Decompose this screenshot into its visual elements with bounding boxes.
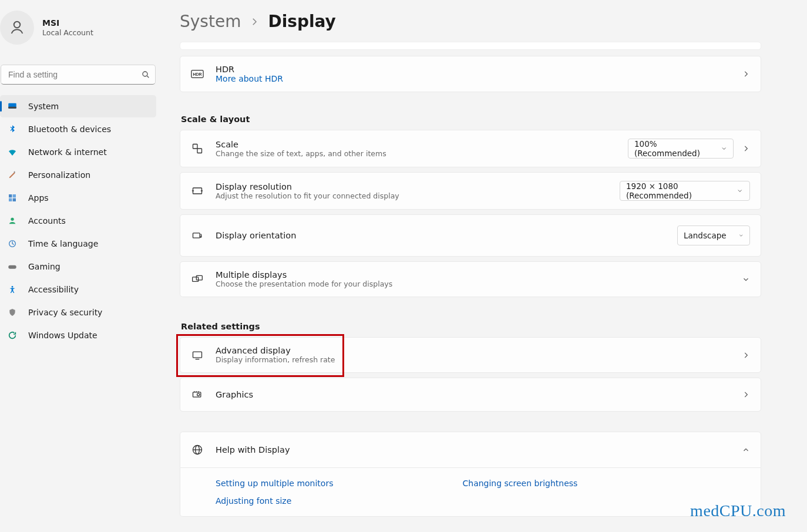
svg-text:HDR: HDR xyxy=(193,72,202,76)
card-advanced-display[interactable]: Advanced display Display information, re… xyxy=(180,337,761,373)
sidebar-item-apps[interactable]: Apps xyxy=(0,187,156,209)
search-input[interactable] xyxy=(7,69,141,80)
sidebar-item-windows-update[interactable]: Windows Update xyxy=(0,324,156,346)
sidebar-item-accounts[interactable]: Accounts xyxy=(0,210,156,232)
sidebar-item-label: System xyxy=(28,102,59,111)
resolution-title: Display resolution xyxy=(216,182,608,191)
help-link-brightness[interactable]: Changing screen brightness xyxy=(462,479,577,488)
svg-point-1 xyxy=(143,72,147,76)
chevron-right-icon xyxy=(742,390,750,399)
apps-icon xyxy=(7,193,18,203)
sidebar-item-time-language[interactable]: Time & language xyxy=(0,233,156,255)
chevron-down-icon xyxy=(738,231,744,240)
section-related-settings: Related settings xyxy=(181,322,789,331)
orientation-dropdown[interactable]: Landscape xyxy=(677,225,750,245)
svg-rect-18 xyxy=(193,188,202,194)
user-profile[interactable]: MSI Local Account xyxy=(0,8,162,50)
hdr-more-link[interactable]: More about HDR xyxy=(216,74,730,83)
profile-subtitle: Local Account xyxy=(42,28,93,38)
orientation-value: Landscape xyxy=(684,231,727,240)
resolution-value: 1920 × 1080 (Recommended) xyxy=(626,181,725,200)
help-link-font-size[interactable]: Adjusting font size xyxy=(216,496,333,506)
watermark: medCPU.com xyxy=(690,501,786,520)
help-links: Setting up multiple monitors Adjusting f… xyxy=(180,468,761,517)
sidebar-item-label: Personalization xyxy=(28,170,90,180)
svg-rect-22 xyxy=(193,277,199,281)
scale-icon xyxy=(191,143,204,154)
resolution-sub: Adjust the resolution to fit your connec… xyxy=(216,191,608,200)
bluetooth-icon xyxy=(7,124,18,134)
sidebar-item-bluetooth[interactable]: Bluetooth & devices xyxy=(0,118,156,140)
accessibility-icon xyxy=(7,284,18,295)
breadcrumb-current: Display xyxy=(268,12,335,31)
help-title: Help with Display xyxy=(216,445,730,454)
sidebar-item-system[interactable]: System xyxy=(0,95,156,117)
sidebar-item-network[interactable]: Network & internet xyxy=(0,141,156,163)
sidebar-item-accessibility[interactable]: Accessibility xyxy=(0,278,156,301)
svg-point-13 xyxy=(12,286,14,288)
avatar xyxy=(0,11,34,45)
svg-rect-4 xyxy=(8,107,16,109)
hdr-icon: HDR xyxy=(191,69,204,79)
sidebar-item-label: Windows Update xyxy=(28,331,97,340)
chevron-right-icon xyxy=(742,351,750,359)
sidebar-item-label: Apps xyxy=(28,193,49,203)
chevron-up-icon xyxy=(742,446,750,454)
svg-point-0 xyxy=(14,22,21,28)
scale-value: 100% (Recommended) xyxy=(634,139,709,158)
search-box[interactable] xyxy=(1,65,156,85)
orientation-icon xyxy=(191,230,204,241)
card-orientation[interactable]: Display orientation Landscape xyxy=(180,214,761,257)
chevron-down-icon xyxy=(721,144,727,153)
svg-rect-16 xyxy=(193,144,198,149)
sidebar-item-label: Network & internet xyxy=(28,147,107,157)
svg-line-2 xyxy=(147,76,149,78)
scale-sub: Change the size of text, apps, and other… xyxy=(216,149,616,158)
sidebar-item-gaming[interactable]: Gaming xyxy=(0,255,156,278)
card-graphics[interactable]: Graphics xyxy=(180,378,761,412)
chevron-down-icon xyxy=(742,275,750,284)
globe-clock-icon xyxy=(7,238,18,249)
chevron-right-icon xyxy=(249,12,260,31)
sidebar-item-label: Bluetooth & devices xyxy=(28,124,111,134)
sidebar-item-label: Time & language xyxy=(28,239,98,248)
profile-name: MSI xyxy=(42,18,93,28)
multiple-sub: Choose the presentation mode for your di… xyxy=(216,280,730,288)
sidebar-item-label: Privacy & security xyxy=(28,308,102,317)
breadcrumb: System Display xyxy=(180,12,789,31)
search-icon xyxy=(141,70,150,79)
sidebar-item-label: Accounts xyxy=(28,216,66,225)
card-scale[interactable]: Scale Change the size of text, apps, and… xyxy=(180,130,761,167)
svg-rect-21 xyxy=(193,233,200,238)
svg-rect-17 xyxy=(197,149,202,153)
help-link-multiple-monitors[interactable]: Setting up multiple monitors xyxy=(216,479,333,488)
person-icon xyxy=(7,216,18,226)
svg-rect-7 xyxy=(13,194,16,197)
chevron-right-icon xyxy=(742,144,750,153)
resolution-dropdown[interactable]: 1920 × 1080 (Recommended) xyxy=(620,181,750,201)
graphics-title: Graphics xyxy=(216,390,730,399)
svg-rect-6 xyxy=(9,194,12,197)
svg-rect-12 xyxy=(8,265,16,269)
scale-dropdown[interactable]: 100% (Recommended) xyxy=(628,139,734,159)
svg-point-10 xyxy=(11,218,14,221)
svg-rect-8 xyxy=(9,198,12,201)
brush-icon xyxy=(7,170,18,180)
card-resolution[interactable]: Display resolution Adjust the resolution… xyxy=(180,172,761,210)
sidebar-item-personalization[interactable]: Personalization xyxy=(0,164,156,186)
chevron-down-icon xyxy=(737,187,744,195)
card-help[interactable]: Help with Display xyxy=(180,432,761,468)
advanced-sub: Display information, refresh rate xyxy=(216,355,730,364)
card-hdr[interactable]: HDR HDR More about HDR xyxy=(180,56,761,92)
monitor-icon xyxy=(7,101,18,112)
scale-title: Scale xyxy=(216,140,616,149)
multiple-displays-icon xyxy=(191,274,204,285)
help-globe-icon xyxy=(191,444,204,456)
card-multiple-displays[interactable]: Multiple displays Choose the presentatio… xyxy=(180,261,761,297)
hdr-title: HDR xyxy=(216,65,730,74)
update-icon xyxy=(7,330,18,341)
resolution-icon xyxy=(191,185,204,197)
sidebar-item-privacy[interactable]: Privacy & security xyxy=(0,301,156,324)
wifi-icon xyxy=(7,147,18,157)
breadcrumb-root[interactable]: System xyxy=(180,12,241,31)
